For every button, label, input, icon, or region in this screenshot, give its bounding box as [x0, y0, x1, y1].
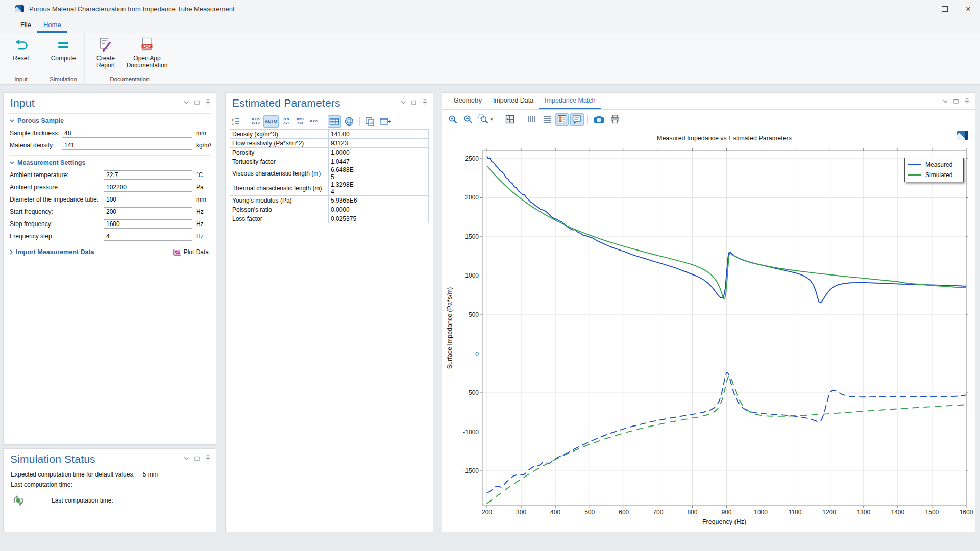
image-snapshot-button[interactable]: [592, 113, 606, 126]
chevron-down-icon[interactable]: [943, 99, 948, 103]
parameter-value[interactable]: 1.3298E-4: [329, 181, 361, 196]
camera-icon: [593, 115, 605, 124]
plot-data-button[interactable]: Plot Data: [171, 247, 211, 257]
format-auto-button[interactable]: AUTO: [263, 115, 279, 128]
svg-text:1100: 1100: [789, 509, 802, 516]
open-documentation-button[interactable]: PDF Open App Documentation: [124, 36, 170, 70]
chart-legend: MeasuredSimulated: [904, 158, 964, 182]
reset-button[interactable]: Reset: [4, 36, 38, 63]
expected-computation-time-label: Expected computation time for default va…: [11, 471, 135, 478]
svg-text:500: 500: [469, 311, 479, 318]
tab-imported-data[interactable]: Imported Data: [487, 93, 539, 109]
parameter-value[interactable]: 0.025375: [329, 214, 361, 223]
y-axis-grid-button[interactable]: [540, 113, 554, 126]
parameter-value[interactable]: 5.9365E6: [329, 196, 361, 205]
parameter-value[interactable]: 0.0000: [329, 205, 361, 214]
compute-button[interactable]: Compute: [46, 36, 80, 63]
sample-thickness-field[interactable]: [62, 129, 192, 138]
ribbon-group-simulation: Compute Simulation: [42, 33, 85, 84]
import-measurement-data-header[interactable]: Import Measurement Data: [16, 248, 94, 256]
pin-icon[interactable]: [205, 455, 211, 461]
pin-icon[interactable]: [422, 99, 428, 105]
format-engineering-e3-button[interactable]: 850 e-3: [294, 115, 306, 128]
tab-impedance-match[interactable]: Impedance Match: [539, 93, 601, 109]
x-axis-grid-button[interactable]: [525, 113, 538, 126]
zoom-out-button[interactable]: [461, 113, 475, 126]
minimize-button[interactable]: [910, 0, 933, 17]
float-panel-icon[interactable]: [953, 99, 959, 104]
ambient-pressure-field[interactable]: [104, 183, 192, 192]
format-engineering-e3-label: 850 e-3: [297, 117, 303, 126]
parameter-extra[interactable]: [361, 157, 429, 166]
stop-frequency-unit: Hz: [192, 220, 204, 228]
parameter-extra[interactable]: [361, 196, 429, 205]
svg-text:1300: 1300: [856, 509, 870, 516]
color-legend-button[interactable]: [555, 113, 569, 126]
parameter-extra[interactable]: [361, 181, 429, 196]
zoom-extents-button[interactable]: [503, 113, 517, 126]
ambient-pressure-unit: Pa: [192, 184, 204, 191]
table-view-button[interactable]: [328, 115, 341, 128]
numbered-list-button[interactable]: 123: [230, 115, 242, 128]
format-decimal-button[interactable]: 0.85: [308, 115, 320, 128]
create-report-button[interactable]: Create Report: [89, 36, 122, 70]
parameter-value[interactable]: 141.00: [329, 130, 361, 139]
chevron-down-icon: [10, 119, 14, 122]
numbered-list-icon: 123: [231, 117, 240, 126]
parameter-extra[interactable]: [361, 205, 429, 214]
float-panel-icon[interactable]: [194, 100, 200, 105]
annotations-button[interactable]: [570, 113, 584, 126]
chevron-down-icon[interactable]: [184, 457, 189, 460]
sample-thickness-label: Sample thickness:: [10, 130, 62, 137]
float-panel-icon[interactable]: [411, 100, 416, 105]
format-scientific-button[interactable]: 8.85 e-12: [250, 115, 262, 128]
chevron-down-icon[interactable]: [401, 101, 406, 104]
parameter-extra[interactable]: [361, 214, 429, 223]
float-panel-icon[interactable]: [194, 456, 200, 461]
svg-text:0: 0: [475, 350, 479, 358]
maximize-button[interactable]: [933, 0, 957, 17]
ambient-temperature-field[interactable]: [104, 170, 192, 180]
tab-geometry[interactable]: Geometry: [448, 93, 487, 109]
zoom-box-button[interactable]: ▼: [477, 113, 495, 126]
section-porous-sample[interactable]: Porous Sample: [4, 114, 216, 127]
parameter-extra[interactable]: [361, 166, 429, 181]
copy-table-button[interactable]: [363, 115, 377, 128]
parameter-extra[interactable]: [361, 139, 429, 148]
legend-entry: Simulated: [908, 170, 960, 180]
menu-home[interactable]: Home: [37, 17, 67, 33]
material-density-field[interactable]: [62, 141, 192, 150]
pin-icon[interactable]: [205, 99, 211, 105]
parameter-value[interactable]: 1.0447: [329, 157, 361, 166]
parameter-extra[interactable]: [361, 130, 429, 139]
zoom-box-icon: [478, 114, 489, 125]
print-button[interactable]: [608, 113, 622, 126]
pin-icon[interactable]: [964, 98, 970, 104]
export-table-button[interactable]: [378, 115, 393, 128]
svg-text:1000: 1000: [754, 509, 768, 516]
parameter-value[interactable]: 1.0000: [329, 148, 361, 157]
ribbon-group-label-documentation: Documentation: [89, 76, 170, 84]
close-button[interactable]: ✕: [957, 0, 980, 17]
format-engineering-button[interactable]: 8.5 e-1: [280, 115, 292, 128]
parameter-name: Young's modulus (Pa): [230, 196, 329, 205]
parameter-value[interactable]: 6.6488E-5: [329, 166, 361, 181]
section-measurement-settings[interactable]: Measurement Settings: [4, 156, 216, 169]
full-precision-button[interactable]: [342, 115, 356, 128]
material-density-label: Material density:: [10, 142, 62, 149]
start-frequency-field[interactable]: [104, 207, 192, 216]
annotation-bubble-icon: [572, 114, 582, 124]
parameter-value[interactable]: 93123: [329, 139, 361, 148]
frequency-step-field[interactable]: [104, 232, 192, 241]
parameter-name: Poisson's ratio: [230, 205, 329, 214]
chevron-down-icon[interactable]: [184, 101, 189, 104]
tube-diameter-field[interactable]: [104, 195, 192, 204]
expected-computation-time-value: 5 min: [143, 471, 158, 478]
svg-text:1500: 1500: [925, 509, 939, 516]
parameter-extra[interactable]: [361, 148, 429, 157]
menu-file[interactable]: File: [14, 17, 37, 33]
expected-computation-time-row: Expected computation time for default va…: [4, 469, 216, 480]
stop-frequency-field[interactable]: [104, 219, 192, 229]
svg-text:700: 700: [653, 509, 663, 516]
zoom-in-button[interactable]: [446, 113, 460, 126]
